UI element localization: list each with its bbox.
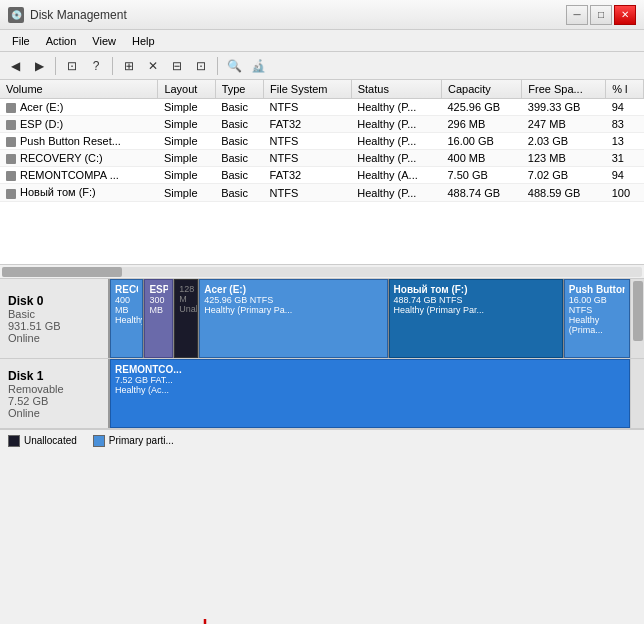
disk-view-btn[interactable]: ⊡ [61,55,83,77]
table-row[interactable]: Push Button Reset...SimpleBasicNTFSHealt… [0,133,644,150]
delete-btn[interactable]: ✕ [142,55,164,77]
v-scrollbar-2[interactable] [630,359,644,428]
legend-primary-box [93,435,105,447]
partition-acer-status: Healthy (Primary Pa... [204,305,382,315]
partition-noviy[interactable]: Новый том (F:) 488.74 GB NTFS Healthy (P… [389,279,563,358]
disk-1-status: Online [8,407,100,419]
zoom-btn[interactable]: 🔬 [247,55,269,77]
menu-view[interactable]: View [84,33,124,49]
disk-0-type: Basic [8,308,100,320]
col-capacity[interactable]: Capacity [441,80,521,99]
table-row[interactable]: Acer (E:)SimpleBasicNTFSHealthy (P...425… [0,99,644,116]
col-freespace[interactable]: Free Spa... [522,80,606,99]
v-scrollbar[interactable] [630,279,644,358]
partition-esp[interactable]: ESP (D...) 300 MB [144,279,173,358]
toolbar-separator-2 [112,57,113,75]
refresh-btn[interactable]: ⊡ [190,55,212,77]
legend-unallocated: Unallocated [8,435,77,447]
disk-1-name: Disk 1 [8,369,100,383]
v-scroll-thumb[interactable] [633,281,643,341]
partition-unallocated-status: Unall... [179,304,193,314]
back-button[interactable]: ◀ [4,55,26,77]
partition-pushbutton-status: Healthy (Prima... [569,315,625,335]
legend-bar: Unallocated Primary parti... [0,429,644,451]
col-pct[interactable]: % l [606,80,644,99]
partition-recovery[interactable]: RECOV... 400 MB Healthy [110,279,143,358]
scroll-track[interactable] [2,267,642,277]
col-status[interactable]: Status [351,80,441,99]
partition-recovery-name: RECOV... [115,284,138,295]
menu-bar: File Action View Help [0,30,644,52]
partition-esp-size: 300 MB [149,295,168,315]
volume-table-area: Volume Layout Type File System Status Ca… [0,80,644,265]
partition-acer[interactable]: Acer (E:) 425.96 GB NTFS Healthy (Primar… [199,279,387,358]
arrow-svg [190,619,220,624]
partition-noviy-status: Healthy (Primary Par... [394,305,558,315]
menu-action[interactable]: Action [38,33,85,49]
disk-0-partitions: RECOV... 400 MB Healthy ESP (D...) 300 M… [110,279,630,358]
table-row[interactable]: RECOVERY (C:)SimpleBasicNTFSHealthy (P..… [0,150,644,167]
maximize-button[interactable]: □ [590,5,612,25]
window-controls: ─ □ ✕ [566,5,636,25]
disk-1-label: Disk 1 Removable 7.52 GB Online [0,359,110,428]
disk-1-partitions: REMONTCO... 7.52 GB FAT... Healthy (Ac..… [110,359,630,428]
col-layout[interactable]: Layout [158,80,215,99]
disk-0-label: Disk 0 Basic 931.51 GB Online [0,279,110,358]
table-row[interactable]: REMONTCOMPA ...SimpleBasicFAT32Healthy (… [0,167,644,184]
arrow-indicator [190,619,220,624]
props-btn[interactable]: ⊟ [166,55,188,77]
partition-remontco-size: 7.52 GB FAT... [115,375,625,385]
partition-remontco-status: Healthy (Ac... [115,385,625,395]
partition-unallocated-size: 128 M [179,284,193,304]
horizontal-scrollbar[interactable] [0,265,644,279]
disk-1-type: Removable [8,383,100,395]
disk-view: Disk 0 Basic 931.51 GB Online RECOV... 4… [0,279,644,624]
disk-0-size: 931.51 GB [8,320,100,332]
partition-pushbutton-name: Push Button R... [569,284,625,295]
partition-recovery-status: Healthy [115,315,138,325]
volume-table: Volume Layout Type File System Status Ca… [0,80,644,202]
partition-esp-name: ESP (D...) [149,284,168,295]
col-volume[interactable]: Volume [0,80,158,99]
partition-remontco-name: REMONTCO... [115,364,625,375]
app-icon: 💿 [8,7,24,23]
menu-help[interactable]: Help [124,33,163,49]
col-filesystem[interactable]: File System [264,80,352,99]
partition-noviy-name: Новый том (F:) [394,284,558,295]
partition-noviy-size: 488.74 GB NTFS [394,295,558,305]
toolbar-separator-1 [55,57,56,75]
help-btn[interactable]: ? [85,55,107,77]
disk-0-status: Online [8,332,100,344]
table-row[interactable]: ESP (D:)SimpleBasicFAT32Healthy (P...296… [0,116,644,133]
legend-primary-label: Primary parti... [109,435,174,446]
partition-unallocated[interactable]: 128 M Unall... [174,279,198,358]
partition-acer-size: 425.96 GB NTFS [204,295,382,305]
legend-primary: Primary parti... [93,435,174,447]
main-content: Volume Layout Type File System Status Ca… [0,80,644,624]
search-btn[interactable]: 🔍 [223,55,245,77]
toolbar: ◀ ▶ ⊡ ? ⊞ ✕ ⊟ ⊡ 🔍 🔬 [0,52,644,80]
scroll-thumb[interactable] [2,267,122,277]
disk-0-row: Disk 0 Basic 931.51 GB Online RECOV... 4… [0,279,644,359]
col-type[interactable]: Type [215,80,263,99]
legend-unallocated-label: Unallocated [24,435,77,446]
legend-unallocated-box [8,435,20,447]
toolbar-separator-3 [217,57,218,75]
add-btn[interactable]: ⊞ [118,55,140,77]
close-button[interactable]: ✕ [614,5,636,25]
partition-pushbutton-size: 16.00 GB NTFS [569,295,625,315]
forward-button[interactable]: ▶ [28,55,50,77]
partition-remontco[interactable]: REMONTCO... 7.52 GB FAT... Healthy (Ac..… [110,359,630,428]
partition-acer-name: Acer (E:) [204,284,382,295]
table-header-row: Volume Layout Type File System Status Ca… [0,80,644,99]
disk-1-row: Disk 1 Removable 7.52 GB Online REMONTCO… [0,359,644,429]
disk-1-size: 7.52 GB [8,395,100,407]
minimize-button[interactable]: ─ [566,5,588,25]
title-bar: 💿 Disk Management ─ □ ✕ [0,0,644,30]
partition-recovery-size: 400 MB [115,295,138,315]
table-row[interactable]: Новый том (F:)SimpleBasicNTFSHealthy (P.… [0,184,644,201]
partition-pushbutton[interactable]: Push Button R... 16.00 GB NTFS Healthy (… [564,279,630,358]
disk-0-name: Disk 0 [8,294,100,308]
menu-file[interactable]: File [4,33,38,49]
window-title: Disk Management [30,8,127,22]
